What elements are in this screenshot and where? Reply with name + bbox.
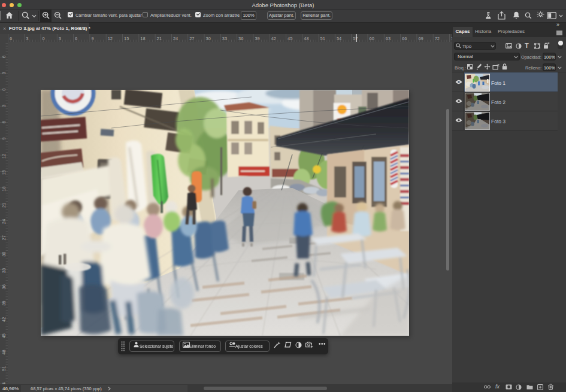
svg-text:57: 57 — [353, 36, 358, 41]
svg-text:6: 6 — [75, 36, 77, 41]
svg-text:51: 51 — [1, 366, 7, 371]
svg-text:60: 60 — [370, 36, 374, 41]
svg-text:45: 45 — [1, 333, 7, 338]
svg-text:66: 66 — [402, 36, 407, 41]
svg-text:39: 39 — [1, 300, 7, 305]
svg-text:6: 6 — [10, 36, 12, 41]
svg-text:27: 27 — [189, 36, 194, 41]
svg-text:6: 6 — [1, 56, 7, 58]
svg-text:21: 21 — [157, 36, 162, 41]
svg-text:69: 69 — [418, 36, 423, 41]
svg-text:18: 18 — [140, 36, 145, 41]
svg-text:0: 0 — [1, 89, 7, 91]
svg-text:63: 63 — [386, 36, 391, 41]
svg-text:30: 30 — [1, 252, 7, 257]
svg-text:48: 48 — [304, 36, 308, 41]
svg-text:3: 3 — [1, 105, 7, 107]
svg-text:12: 12 — [1, 154, 7, 159]
svg-text:3: 3 — [59, 36, 61, 41]
svg-text:15: 15 — [1, 170, 7, 175]
svg-text:33: 33 — [1, 268, 7, 273]
svg-text:27: 27 — [1, 235, 7, 240]
svg-text:42: 42 — [271, 36, 276, 41]
svg-text:21: 21 — [1, 203, 7, 208]
svg-text:3: 3 — [1, 72, 7, 74]
svg-text:54: 54 — [337, 36, 341, 41]
svg-text:42: 42 — [1, 317, 7, 322]
svg-text:24: 24 — [173, 36, 178, 41]
svg-text:39: 39 — [255, 36, 259, 41]
svg-text:45: 45 — [287, 36, 292, 41]
svg-text:0: 0 — [43, 36, 45, 41]
svg-text:72: 72 — [435, 36, 440, 41]
svg-text:12: 12 — [108, 36, 113, 41]
svg-text:6: 6 — [1, 121, 7, 123]
svg-text:36: 36 — [238, 36, 243, 41]
svg-text:30: 30 — [206, 36, 211, 41]
svg-text:24: 24 — [1, 219, 7, 224]
svg-text:48: 48 — [1, 350, 7, 354]
svg-text:15: 15 — [124, 36, 129, 41]
svg-text:18: 18 — [1, 186, 7, 191]
svg-text:36: 36 — [1, 284, 7, 289]
svg-text:3: 3 — [26, 36, 28, 41]
svg-text:9: 9 — [91, 36, 93, 41]
svg-text:51: 51 — [320, 36, 325, 41]
svg-text:9: 9 — [1, 137, 7, 139]
svg-text:33: 33 — [222, 36, 227, 41]
